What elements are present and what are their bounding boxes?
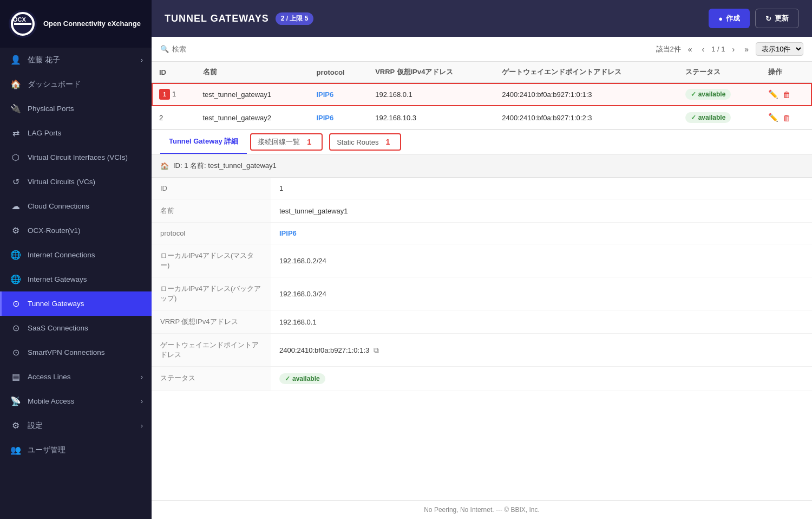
detail-label: VRRP 仮想IPv4アドレス (152, 310, 271, 333)
sidebar-item-physical-ports[interactable]: 🔌 Physical Ports (0, 96, 152, 121)
sidebar-item-internet-connections[interactable]: 🌐 Internet Connections (0, 243, 152, 267)
sidebar-label-physical-ports: Physical Ports (28, 105, 143, 113)
status-dot-icon: ✓ (691, 114, 696, 121)
sidebar-label-admin: ユーザ管理 (28, 445, 143, 455)
per-page-select[interactable]: 表示10件 表示25件 表示50件 (756, 42, 803, 56)
sidebar-label-vci: Virtual Circuit Interfaces (VCIs) (28, 153, 143, 161)
tab-connections-label: 接続回線一覧 (258, 137, 300, 147)
status-badge: ✓ available (685, 112, 731, 123)
cell-endpoint: 2400:2410:bf0a:b927:1:0:1:3 (494, 83, 677, 106)
detail-row: VRRP 仮想IPv4アドレス 192.168.0.1 (152, 310, 812, 334)
sidebar-label-cloud-connections: Cloud Connections (28, 202, 143, 210)
tab-static-routes-label: Static Routes (337, 138, 378, 146)
logo-text: Open Connectivity eXchange (43, 19, 141, 29)
detail-value-text: 192.168.0.1 (279, 318, 317, 326)
cell-name: test_tunnel_gateway1 (195, 83, 309, 106)
footer-text: No Peering, No Internet. --- © BBIX, Inc… (424, 506, 540, 514)
edit-icon[interactable]: ✏️ (768, 89, 778, 99)
cell-protocol: IPIP6 (309, 106, 368, 129)
sidebar-item-saas-connections[interactable]: ⊙ SaaS Connections (0, 316, 152, 340)
next-page-button[interactable]: › (730, 44, 738, 55)
sidebar-item-access-lines[interactable]: ▤ Access Lines › (0, 365, 152, 389)
detail-label: ID (152, 178, 271, 199)
tab-connections[interactable]: 接続回線一覧 1 (250, 133, 323, 151)
sidebar-label-vc: Virtual Circuits (VCs) (28, 178, 143, 186)
detail-row: ゲートウェイエンドポイントアドレス 2400:2410:bf0a:b927:1:… (152, 334, 812, 367)
table-toolbar: 🔍 該当2件 « ‹ 1 / 1 › » 表示10件 表示25件 表示50件 (152, 37, 812, 62)
sidebar-item-smartvpn[interactable]: ⊙ SmartVPN Connections (0, 340, 152, 365)
sidebar-label-dashboard: ダッシュボード (28, 80, 143, 89)
sidebar-label-ocx-router: OCX-Router(v1) (28, 226, 143, 235)
sidebar-label-user: 佐藤 花子 (28, 55, 134, 65)
detail-value-text: test_tunnel_gateway1 (279, 207, 348, 215)
cell-status: ✓ available (678, 106, 761, 129)
sidebar-label-access-lines: Access Lines (28, 373, 134, 381)
tab-tunnel-gateway-detail[interactable]: Tunnel Gateway 詳細 (160, 130, 247, 154)
detail-value-text: 192.168.0.2/24 (279, 257, 326, 265)
sidebar-item-settings[interactable]: ⚙ 設定 › (0, 413, 152, 438)
sidebar-icon-vc: ↺ (10, 177, 21, 187)
refresh-button[interactable]: ↻ 更新 (755, 9, 799, 28)
detail-value: ✓available (271, 367, 812, 391)
sidebar-icon-saas-connections: ⊙ (10, 323, 21, 333)
col-endpoint: ゲートウェイエンドポイントアドレス (494, 62, 677, 83)
status-dot-icon: ✓ (691, 90, 696, 98)
sidebar-item-user[interactable]: 👤 佐藤 花子 › (0, 48, 152, 72)
status-check-icon: ✓ (285, 375, 290, 382)
pagination: 該当2件 « ‹ 1 / 1 › » 表示10件 表示25件 表示50件 (656, 42, 803, 56)
sidebar-icon-internet-gateways: 🌐 (10, 274, 21, 284)
sidebar-item-dashboard[interactable]: 🏠 ダッシュボード (0, 72, 152, 96)
sidebar-label-settings: 設定 (28, 421, 134, 431)
sidebar-item-vc[interactable]: ↺ Virtual Circuits (VCs) (0, 170, 152, 194)
prev-page-button[interactable]: ‹ (699, 44, 708, 55)
sidebar-icon-dashboard: 🏠 (10, 79, 21, 89)
detail-value: 192.168.0.1 (271, 310, 812, 333)
table-wrapper: ID 名前 protocol VRRP 仮想IPv4アドレス ゲートウェイエンド… (152, 62, 812, 129)
detail-label: 名前 (152, 199, 271, 222)
detail-status-value: ✓available (279, 373, 325, 384)
delete-icon[interactable]: 🗑 (783, 90, 791, 99)
cell-actions: ✏️ 🗑 (761, 106, 812, 129)
search-input[interactable] (172, 45, 280, 53)
sidebar-label-smartvpn: SmartVPN Connections (28, 348, 143, 356)
first-page-button[interactable]: « (685, 44, 695, 55)
detail-value: 1 (271, 178, 812, 199)
chevron-icon: › (141, 56, 143, 64)
sidebar-label-saas-connections: SaaS Connections (28, 324, 143, 332)
sidebar-icon-internet-connections: 🌐 (10, 250, 21, 260)
sidebar-item-mobile-access[interactable]: 📡 Mobile Access › (0, 389, 152, 413)
sidebar-item-ocx-router[interactable]: ⚙ OCX-Router(v1) (0, 218, 152, 243)
ocx-logo: OCX (9, 10, 37, 38)
search-box[interactable]: 🔍 (160, 45, 280, 53)
logo: OCX Open Connectivity eXchange (0, 0, 152, 48)
detail-tabs: Tunnel Gateway 詳細 接続回線一覧 1 Static Routes… (152, 130, 812, 154)
sidebar-item-tunnel-gateways[interactable]: ⊙ Tunnel Gateways (0, 291, 152, 316)
plus-icon: ● (718, 15, 723, 23)
detail-row: ローカルIPv4アドレス(マスター) 192.168.0.2/24 (152, 244, 812, 277)
footer: No Peering, No Internet. --- © BBIX, Inc… (152, 500, 812, 519)
sidebar-icon-vci: ⬡ (10, 152, 21, 163)
edit-icon[interactable]: ✏️ (768, 113, 778, 122)
tab-static-routes[interactable]: Static Routes 1 (329, 133, 401, 151)
chevron-icon: › (141, 373, 143, 381)
detail-row: ID 1 (152, 178, 812, 199)
sidebar-item-internet-gateways[interactable]: 🌐 Internet Gateways (0, 267, 152, 291)
copy-icon[interactable]: ⧉ (374, 346, 379, 355)
sidebar-item-cloud-connections[interactable]: ☁ Cloud Connections (0, 194, 152, 218)
detail-value: IPIP6 (271, 223, 812, 244)
delete-icon[interactable]: 🗑 (783, 113, 791, 122)
sidebar-icon-ocx-router: ⚙ (10, 225, 21, 236)
row-badge: 1 (159, 89, 170, 100)
sidebar-icon-user: 👤 (10, 55, 21, 65)
table-row[interactable]: 2 test_tunnel_gateway2 IPIP6 192.168.10.… (152, 106, 812, 129)
detail-label: ローカルIPv4アドレス(マスター) (152, 244, 271, 277)
col-actions: 操作 (761, 62, 812, 83)
table-row[interactable]: 11 test_tunnel_gateway1 IPIP6 192.168.0.… (152, 83, 812, 106)
create-button[interactable]: ● 作成 (709, 9, 750, 28)
last-page-button[interactable]: » (742, 44, 751, 55)
detail-protocol-value: IPIP6 (279, 229, 297, 237)
sidebar-item-vci[interactable]: ⬡ Virtual Circuit Interfaces (VCIs) (0, 145, 152, 170)
sidebar-item-admin[interactable]: 👥 ユーザ管理 (0, 438, 152, 462)
page-info: 1 / 1 (711, 45, 725, 53)
sidebar-item-lag-ports[interactable]: ⇄ LAG Ports (0, 121, 152, 145)
